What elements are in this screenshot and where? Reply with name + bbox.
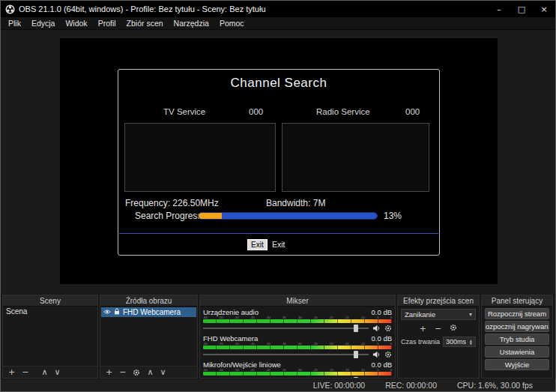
settings-button[interactable]: Ustawienia <box>485 346 549 358</box>
move-scene-down-button[interactable]: ∨ <box>55 367 61 378</box>
video-preview[interactable]: Channel Search TV Service 000 Radio Serv… <box>60 38 498 284</box>
transition-selected-value: Zanikanie <box>405 310 435 319</box>
docks: Sceny Scena + − ∧ ∨ Źródła obrazu <box>1 294 555 379</box>
scenes-dock-title: Sceny <box>3 295 97 307</box>
visibility-eye-icon[interactable] <box>103 308 111 316</box>
start-recording-button[interactable]: Rozpocznij nagrywanie <box>485 321 549 332</box>
sources-dock: Źródła obrazu FHD Webcamera + − <box>100 295 198 379</box>
channel-search-dialog: Channel Search TV Service 000 Radio Serv… <box>118 69 440 256</box>
maximize-button[interactable]: □ <box>510 1 533 17</box>
chevron-down-icon: ▾ <box>469 311 472 318</box>
volume-slider-handle[interactable] <box>354 377 358 378</box>
menu-narzedzia[interactable]: Narzędzia <box>169 17 214 29</box>
osd-exit-button: Exit <box>247 239 268 250</box>
add-transition-button[interactable]: + <box>420 324 426 334</box>
mixer-db-scale: -60-55-50-45-40-35-30-25-20-15-10-50 <box>203 370 392 371</box>
window-controls: – □ × <box>488 1 555 17</box>
mixer-channel-name: Urządzenie audio <box>203 308 259 316</box>
move-scene-up-button[interactable]: ∧ <box>41 367 47 378</box>
mixer-channel: FHD Webcamera 0.0 dB -60-55-50-45-40-35-… <box>203 334 392 359</box>
search-progress-bar <box>198 212 378 220</box>
remove-transition-button[interactable]: − <box>435 324 441 334</box>
tv-service-list <box>124 123 276 192</box>
mixer-db-scale: -60-55-50-45-40-35-30-25-20-15-10-50 <box>203 317 392 319</box>
speaker-icon[interactable] <box>372 351 381 358</box>
spinner-arrows[interactable]: ▲ ▼ <box>470 340 472 345</box>
remove-source-button[interactable]: − <box>119 367 126 378</box>
transition-duration-row: Czas trwania 300ms ▲ ▼ <box>401 337 476 347</box>
duration-value: 300ms <box>446 338 466 346</box>
obs-window: OBS 21.1.0 (64bit, windows) - Profile: B… <box>0 0 556 392</box>
window-title: OBS 21.1.0 (64bit, windows) - Profile: B… <box>19 4 266 13</box>
tv-service-label: TV Service <box>163 107 205 116</box>
radio-service-list <box>282 123 429 192</box>
source-properties-gear-icon[interactable] <box>133 369 140 376</box>
transition-properties-gear-icon[interactable] <box>450 324 457 334</box>
add-scene-button[interactable]: + <box>8 367 15 378</box>
duration-spinner[interactable]: 300ms ▲ ▼ <box>443 337 476 347</box>
source-item[interactable]: FHD Webcamera <box>101 307 196 317</box>
start-streaming-button[interactable]: Rozpocznij stream <box>485 308 549 319</box>
volume-meter <box>203 372 392 376</box>
menu-profil[interactable]: Profil <box>93 17 121 29</box>
menubar: Plik Edycja Widok Profil Zbiór scen Narz… <box>1 17 555 30</box>
move-source-down-button[interactable]: ∨ <box>160 367 166 378</box>
mixer-channel-level: 0.0 dB <box>372 308 392 316</box>
gear-icon[interactable] <box>384 351 392 358</box>
mixer-channel: Urządzenie audio 0.0 dB -60-55-50-45-40-… <box>203 308 392 333</box>
add-source-button[interactable]: + <box>106 367 112 378</box>
radio-service-count: 000 <box>405 107 420 116</box>
studio-mode-button[interactable]: Tryb studia <box>485 334 549 345</box>
mixer-channel: Mikrofon/Wejście liniowe 0.0 dB -60-55-5… <box>203 361 392 378</box>
volume-slider[interactable] <box>203 350 369 359</box>
mixer-channel-name: FHD Webcamera <box>203 334 258 343</box>
spin-down-icon[interactable]: ▼ <box>470 342 472 345</box>
move-source-up-button[interactable]: ∧ <box>147 367 153 378</box>
search-progress-label: Search Progress: <box>135 211 205 221</box>
sources-dock-title: Źródła obrazu <box>100 295 197 307</box>
search-progress-percent: 13% <box>384 211 402 221</box>
menu-edycja[interactable]: Edycja <box>26 17 61 29</box>
controls-panel: Rozpocznij stream Rozpocznij nagrywanie … <box>482 307 552 378</box>
menu-plik[interactable]: Plik <box>3 17 26 29</box>
osd-exit-label: Exit <box>272 240 285 249</box>
transition-buttons: + − <box>401 323 476 334</box>
sources-list: FHD Webcamera + − ∧ ∨ <box>100 307 197 378</box>
obs-logo-icon <box>5 4 15 14</box>
rec-time: REC: 00:00:00 <box>385 381 437 390</box>
volume-meter <box>203 319 392 323</box>
bandwidth-label: Bandwidth: 7M <box>266 198 325 208</box>
transitions-dock-title: Efekty przejścia scen <box>398 295 479 307</box>
gear-icon[interactable] <box>384 325 392 332</box>
transitions-panel: Zanikanie ▾ + − Czas trwania 300ms ▲ <box>398 307 479 378</box>
remove-scene-button[interactable]: − <box>22 367 28 378</box>
speaker-icon[interactable] <box>372 325 381 332</box>
speaker-icon[interactable] <box>372 377 381 378</box>
menu-widok[interactable]: Widok <box>60 17 92 29</box>
mixer-channel-name: Mikrofon/Wejście liniowe <box>203 361 281 369</box>
volume-slider-handle[interactable] <box>354 325 358 332</box>
tv-service-count: 000 <box>249 107 263 116</box>
volume-slider[interactable] <box>203 324 369 333</box>
duration-label: Czas trwania <box>401 338 440 346</box>
preview-area: Channel Search TV Service 000 Radio Serv… <box>1 30 555 294</box>
mixer-channel-level: 0.0 dB <box>372 361 392 369</box>
exit-app-button[interactable]: Wyjście <box>485 359 549 370</box>
scenes-toolbar: + − ∧ ∨ <box>3 366 97 378</box>
mixer-db-scale: -60-55-50-45-40-35-30-25-20-15-10-50 <box>203 343 392 345</box>
volume-slider[interactable] <box>203 376 369 378</box>
scene-item[interactable]: Scena <box>3 307 97 316</box>
close-button[interactable]: × <box>533 1 555 17</box>
mixer-channels: Urządzenie audio 0.0 dB -60-55-50-45-40-… <box>200 307 395 378</box>
frequency-label: Frequency: 226.50MHz <box>125 198 219 208</box>
menu-pomoc[interactable]: Pomoc <box>214 17 250 29</box>
mixer-dock: Mikser Urządzenie audio 0.0 dB -60-55-50… <box>199 295 396 379</box>
menu-zbior-scen[interactable]: Zbiór scen <box>121 17 169 29</box>
gear-icon[interactable] <box>384 377 392 378</box>
minimize-button[interactable]: – <box>488 1 510 17</box>
volume-meter <box>203 346 392 349</box>
transition-select[interactable]: Zanikanie ▾ <box>401 309 476 320</box>
statusbar: LIVE: 00:00:00 REC: 00:00:00 CPU: 1.6%, … <box>1 379 555 391</box>
volume-slider-handle[interactable] <box>354 351 358 358</box>
lock-icon[interactable] <box>114 308 120 316</box>
